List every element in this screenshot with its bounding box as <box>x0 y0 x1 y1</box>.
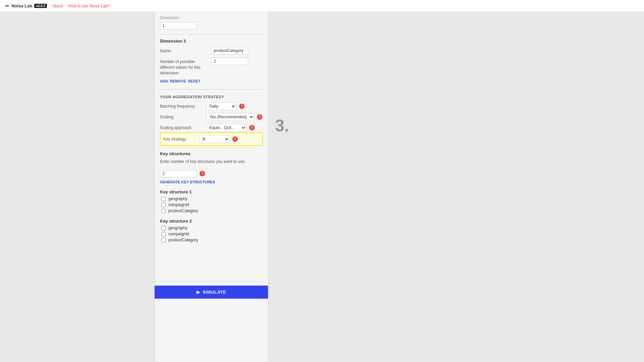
scaling-approach-label: Scaling approach: <box>160 125 204 130</box>
simulate-button[interactable]: ▶ SIMULATE <box>155 286 268 299</box>
num-values-label: Number of possible different values for … <box>160 58 209 76</box>
reset-link[interactable]: RESET <box>188 79 201 83</box>
batching-help-icon[interactable]: ? <box>239 104 245 109</box>
key-structures-section: Key structures Enter number of key struc… <box>160 151 263 242</box>
key-strategy-help-icon[interactable]: ? <box>232 136 238 142</box>
key-strategy-highlighted-row: Key strategy: B A C ? <box>160 132 263 146</box>
divider-1 <box>160 34 263 35</box>
key-struct-2-label-3: productCategory <box>168 238 198 242</box>
panel-content: Dimension: Dimension 3 Name: Number of p… <box>155 12 268 281</box>
key-structure-2-title: Key structure 2 <box>160 219 263 224</box>
pencil-icon: ✏ <box>5 3 9 9</box>
key-struct-num-row: Enter number of key structures you want … <box>160 159 263 167</box>
name-field-row: Name: <box>160 47 263 54</box>
main-wrapper: 3. Dimension: Dimension 3 Name: Number o… <box>0 12 644 362</box>
key-struct-1-item-1: geography <box>160 196 263 201</box>
app-name: Noise Lab <box>11 3 32 8</box>
key-struct-2-checkbox-3[interactable] <box>161 238 166 242</box>
action-links: ADD REMOVE RESET <box>160 79 263 83</box>
scaling-approach-help-icon[interactable]: ? <box>249 125 255 130</box>
how-to-use-link[interactable]: How to use Noise Lab? <box>68 4 110 8</box>
top-navigation: ✏ Noise Lab v2.0.0 About How to use Nois… <box>0 0 644 12</box>
key-struct-2-checkbox-2[interactable] <box>161 232 166 236</box>
key-struct-2-checkbox-1[interactable] <box>161 226 166 230</box>
key-structures-title: Key structures <box>160 151 263 156</box>
add-link[interactable]: ADD <box>160 79 168 83</box>
key-strategy-select[interactable]: B A C <box>200 135 230 143</box>
name-label: Name: <box>160 47 209 54</box>
key-struct-2-label-1: geography <box>168 226 187 230</box>
key-struct-input-row: ? <box>160 170 263 177</box>
batching-select[interactable]: Daily Weekly Monthly <box>206 102 236 110</box>
key-structure-2-group: Key structure 2 geography campaignId pro… <box>160 219 263 242</box>
key-struct-1-label-3: productCategory <box>168 208 198 213</box>
divider-2 <box>160 89 263 89</box>
scaling-row: Scaling: Yes (Recommended) No ? <box>160 113 263 121</box>
key-structure-1-group: Key structure 1 geography campaignId pro… <box>160 189 263 213</box>
step-annotation: 3. <box>275 116 289 135</box>
version-badge: v2.0.0 <box>34 4 47 8</box>
key-struct-1-label-2: campaignId <box>168 202 189 207</box>
key-struct-2-label-2: campaignId <box>168 232 189 236</box>
key-struct-1-item-2: campaignId <box>160 202 263 207</box>
key-struct-description: Enter number of key structures you want … <box>160 159 246 165</box>
key-strategy-label: Key strategy: <box>163 137 197 141</box>
key-struct-2-item-2: campaignId <box>160 232 263 236</box>
scaling-approach-select[interactable]: Equid... Quil... <box>206 124 247 132</box>
batching-row: Batching frequency: Daily Weekly Monthly… <box>160 102 263 110</box>
key-struct-1-checkbox-3[interactable] <box>161 209 166 213</box>
scaling-help-icon[interactable]: ? <box>257 114 262 120</box>
num-values-input[interactable] <box>211 58 248 65</box>
scaling-approach-row: Scaling approach: Equid... Quil... ? <box>160 124 263 132</box>
scaling-select[interactable]: Yes (Recommended) No <box>206 113 254 121</box>
generate-key-structures-link[interactable]: GENERATE KEY STRUCTURES <box>160 180 263 184</box>
num-values-field-row: Number of possible different values for … <box>160 58 263 76</box>
key-struct-1-item-3: productCategory <box>160 208 263 213</box>
key-struct-1-checkbox-1[interactable] <box>161 197 166 201</box>
key-struct-1-checkbox-2[interactable] <box>161 203 166 207</box>
simulate-footer: ▶ SIMULATE <box>155 281 268 299</box>
dimension-top-partial: Dimension: <box>160 15 263 20</box>
simulate-label: SIMULATE <box>203 290 226 295</box>
key-struct-count-input[interactable] <box>160 170 197 177</box>
name-input[interactable] <box>211 47 248 54</box>
about-link[interactable]: About <box>52 4 63 8</box>
panel-container[interactable]: Dimension: Dimension 3 Name: Number of p… <box>154 12 268 362</box>
dimension3-title: Dimension 3 <box>160 39 263 44</box>
key-struct-help-icon[interactable]: ? <box>200 171 205 176</box>
app-logo: ✏ Noise Lab v2.0.0 <box>5 3 47 9</box>
key-struct-2-item-3: productCategory <box>160 238 263 242</box>
simulate-play-icon: ▶ <box>197 290 200 295</box>
aggregation-section-title: YOUR AGGREGATION STRATEGY <box>160 95 263 99</box>
batching-label: Batching frequency: <box>160 104 204 109</box>
key-structure-1-title: Key structure 1 <box>160 189 263 194</box>
key-struct-2-item-1: geography <box>160 226 263 230</box>
remove-link[interactable]: REMOVE <box>170 79 186 83</box>
key-struct-1-label-1: geography <box>168 196 187 201</box>
scaling-label: Scaling: <box>160 115 204 119</box>
dimension-top-input[interactable] <box>160 22 197 29</box>
